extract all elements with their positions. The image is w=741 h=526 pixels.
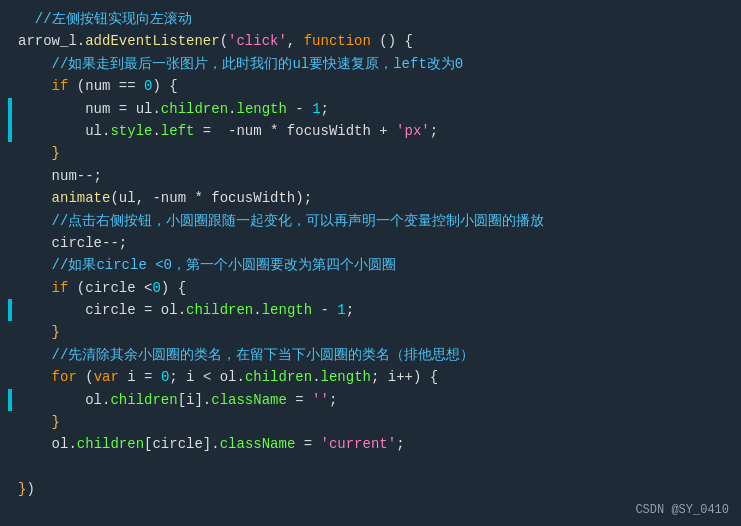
code-text: num = ul.children.length - 1; [18,98,741,120]
token: length [262,302,312,318]
token: ul [18,123,102,139]
code-text: }) [18,478,741,500]
token: . [68,436,76,452]
code-line: if (num == 0) { [8,75,741,97]
token: //左侧按钮实现向左滚动 [18,11,192,27]
token: ul [127,101,152,117]
code-line: ul.style.left = -num * focusWidth + 'px'… [8,120,741,142]
line-bar [8,75,12,97]
footer: CSDN @SY_0410 [635,501,729,520]
line-bar [8,187,12,209]
token [18,145,52,161]
code-text: } [18,321,741,343]
token: ) { [152,78,177,94]
code-line: //左侧按钮实现向左滚动 [8,8,741,30]
token: = [295,436,320,452]
token: 1 [337,302,345,318]
code-text: if (num == 0) { [18,75,741,97]
code-line: //如果走到最后一张图片，此时我们的ul要快速复原，left改为0 [8,53,741,75]
code-text: } [18,411,741,433]
token: children [77,436,144,452]
token: className [211,392,287,408]
token: children [186,302,253,318]
token: ( [220,33,228,49]
token: 0 [152,280,160,296]
token: animate [52,190,111,206]
token: length [321,369,371,385]
token: //点击右侧按钮，小圆圈跟随一起变化，可以再声明一个变量控制小圆圈的播放 [18,213,544,229]
code-text [18,456,741,478]
line-bar [8,254,12,276]
code-text: circle = ol.children.length - 1; [18,299,741,321]
line-bar [8,53,12,75]
token: //先清除其余小圆圈的类名，在留下当下小圆圈的类名（排他思想） [18,347,474,363]
line-bar [8,478,12,500]
code-text: animate(ul, -num * focusWidth); [18,187,741,209]
token: i = [119,369,161,385]
code-line: } [8,321,741,343]
token: children [161,101,228,117]
token: . [312,369,320,385]
code-text: //如果走到最后一张图片，此时我们的ul要快速复原，left改为0 [18,53,741,75]
code-text: } [18,142,741,164]
token: = -num * focusWidth + [194,123,396,139]
token: [circle]. [144,436,220,452]
token: [i]. [178,392,212,408]
code-line: } [8,142,741,164]
code-text: ol.children[i].className = ''; [18,389,741,411]
code-line: }) [8,478,741,500]
code-line: //如果circle <0，第一个小圆圈要改为第四个小圆圈 [8,254,741,276]
token: = [287,392,312,408]
token [18,78,52,94]
code-line: //点击右侧按钮，小圆圈跟随一起变化，可以再声明一个变量控制小圆圈的播放 [8,210,741,232]
code-line: circle = ol.children.length - 1; [8,299,741,321]
token: (circle < [68,280,152,296]
token: ( [77,369,94,385]
line-bar [8,277,12,299]
token: ; [396,436,404,452]
token: length [236,101,286,117]
code-line: for (var i = 0; i < ol.children.length; … [8,366,741,388]
token [18,369,52,385]
token [18,324,52,340]
code-text: num--; [18,165,741,187]
token: ol [18,392,102,408]
token: } [52,145,60,161]
code-line: //先清除其余小圆圈的类名，在留下当下小圆圈的类名（排他思想） [8,344,741,366]
token: '' [312,392,329,408]
code-text: arrow_l.addEventListener('click', functi… [18,30,741,52]
token: ) { [161,280,186,296]
token: 'px' [396,123,430,139]
token: function [304,33,371,49]
token: children [110,392,177,408]
token: - [312,302,337,318]
line-bar [8,232,12,254]
token: num--; [18,168,102,184]
token: . [253,302,261,318]
token: 'current' [321,436,397,452]
line-bar [8,120,12,142]
token: var [94,369,119,385]
code-text: if (circle <0) { [18,277,741,299]
code-text: //点击右侧按钮，小圆圈跟随一起变化，可以再声明一个变量控制小圆圈的播放 [18,210,741,232]
token: . [152,101,160,117]
token: } [52,414,60,430]
code-text: for (var i = 0; i < ol.children.length; … [18,366,741,388]
token: , [287,33,304,49]
token: - [287,101,312,117]
line-bar [8,411,12,433]
token: (ul, -num * focusWidth); [110,190,312,206]
line-bar [8,344,12,366]
token: () { [371,33,413,49]
token: } [52,324,60,340]
token: . [77,33,85,49]
code-line: arrow_l.addEventListener('click', functi… [8,30,741,52]
token: ; i < ol [169,369,236,385]
token: . [152,123,160,139]
line-bar [8,389,12,411]
token: //如果走到最后一张图片，此时我们的ul要快速复原，left改为0 [18,56,463,72]
line-bar [8,456,12,478]
token: (num == [68,78,144,94]
token: ; [321,101,329,117]
line-bar [8,299,12,321]
